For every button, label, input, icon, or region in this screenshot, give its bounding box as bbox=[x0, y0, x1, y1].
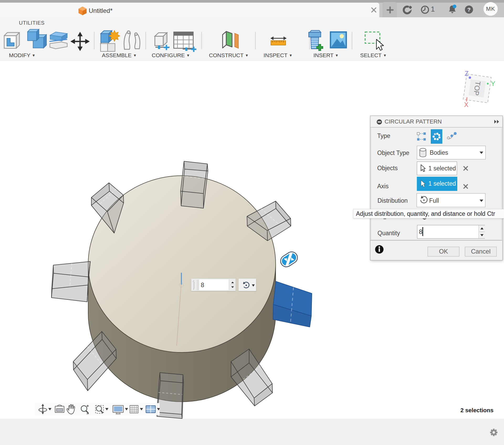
svg-text:Z: Z bbox=[465, 70, 469, 77]
svg-text:?: ? bbox=[467, 7, 471, 13]
svg-text:Y: Y bbox=[491, 80, 495, 87]
svg-text:X: X bbox=[464, 101, 469, 108]
